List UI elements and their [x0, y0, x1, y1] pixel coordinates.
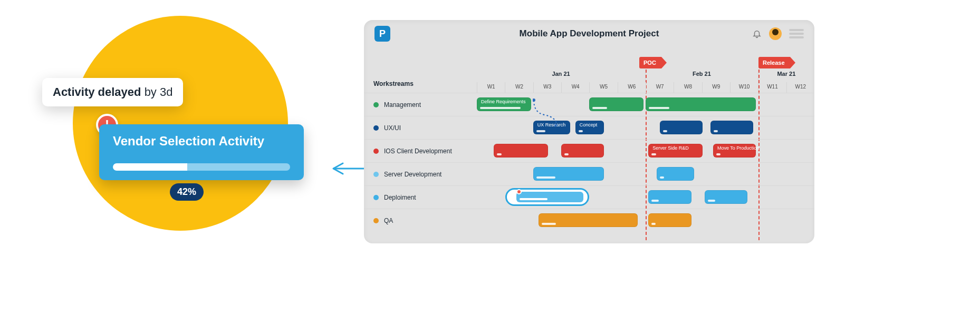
week-w11: W11: [758, 82, 786, 93]
month-jan: Jan 21: [477, 70, 645, 82]
bar-label: Define Requirements: [481, 99, 526, 104]
bar-progress: [651, 200, 659, 202]
bar[interactable]: [589, 97, 643, 111]
bar-label: UX Research: [537, 122, 566, 127]
month-mar: Mar 21: [758, 70, 814, 82]
row-deploiment: Deploiment: [364, 185, 814, 209]
milestone-poc[interactable]: POC: [639, 57, 661, 68]
row-qa: QA: [364, 209, 814, 232]
row-dot: [373, 149, 379, 154]
bar-progress: [708, 200, 715, 202]
row-management: ManagementDefine Requirements: [364, 93, 814, 116]
app-title: Mobile App Development Project: [364, 28, 814, 39]
row-ios-client-development: IOS Client DevelopmentServer Side R&DMov…: [364, 139, 814, 162]
bar[interactable]: [648, 190, 691, 204]
week-w3: W3: [533, 82, 561, 93]
timeline-header: Workstreams Jan 21 Feb 21 Mar 21 W1W2W3W…: [364, 70, 814, 93]
bar-server-side-r-d[interactable]: Server Side R&D: [648, 144, 703, 158]
row-dot: [373, 195, 379, 200]
row-name: Server Development: [384, 171, 441, 178]
app-header: P Mobile App Development Project: [364, 20, 814, 47]
bar[interactable]: [660, 121, 703, 134]
highlighted-activity[interactable]: [505, 188, 589, 206]
app-logo[interactable]: P: [374, 26, 390, 42]
app-logo-letter: P: [379, 29, 386, 38]
lane: [477, 186, 814, 209]
bar[interactable]: [533, 167, 604, 181]
lane: UX ResearchConcept: [477, 116, 814, 139]
bar-progress: [714, 130, 718, 132]
row-name: IOS Client Development: [384, 147, 452, 155]
bar[interactable]: [648, 213, 691, 227]
lane: Server Side R&DMove To Production: [477, 140, 814, 162]
bar-progress: [651, 153, 656, 155]
bar-concept[interactable]: Concept: [575, 121, 604, 134]
row-name: QA: [384, 217, 393, 224]
bar-progress: [542, 223, 555, 225]
timeline-rows: ManagementDefine RequirementsUX/UIUX Res…: [364, 93, 814, 243]
week-w2: W2: [505, 82, 533, 93]
row-name: Deploiment: [384, 194, 416, 201]
row-name: UX/UI: [384, 124, 401, 132]
month-feb: Feb 21: [645, 70, 758, 82]
row-ux-ui: UX/UIUX ResearchConcept: [364, 116, 814, 139]
activity-percent-badge: 42%: [170, 183, 204, 201]
menu-icon[interactable]: [789, 29, 804, 38]
bar-progress: [536, 176, 556, 179]
activity-title: Vendor Selection Activity: [113, 134, 290, 149]
week-w7: W7: [646, 82, 674, 93]
milestone-release[interactable]: Release: [758, 57, 790, 68]
row-label: Management: [364, 101, 477, 109]
bar-progress: [564, 153, 569, 155]
bar[interactable]: [494, 144, 548, 158]
bar-progress: [660, 176, 664, 179]
row-label: Deploiment: [364, 194, 477, 201]
row-label: IOS Client Development: [364, 147, 477, 155]
week-w12: W12: [786, 82, 814, 93]
row-label: UX/UI: [364, 124, 477, 132]
bar[interactable]: [561, 144, 604, 158]
bar-label: Server Side R&D: [652, 145, 689, 151]
bar[interactable]: [710, 121, 753, 134]
row-dot: [373, 102, 379, 107]
week-w4: W4: [561, 82, 589, 93]
row-dot: [373, 172, 379, 177]
bar-define-requirements[interactable]: Define Requirements: [477, 97, 531, 111]
row-server-development: Server Development: [364, 162, 814, 185]
bar[interactable]: [539, 213, 638, 227]
bell-icon[interactable]: [752, 29, 762, 38]
sidebar-heading: Workstreams: [364, 70, 477, 93]
bar-move-to-production[interactable]: Move To Production: [713, 144, 756, 158]
row-label: Server Development: [364, 171, 477, 178]
lane: [477, 209, 814, 232]
week-w10: W10: [730, 82, 758, 93]
week-w5: W5: [589, 82, 617, 93]
bar[interactable]: [657, 167, 694, 181]
bar-progress: [716, 153, 720, 155]
row-dot: [373, 218, 379, 223]
bar-progress: [480, 107, 521, 109]
bar[interactable]: [705, 190, 747, 204]
week-w6: W6: [618, 82, 646, 93]
week-w1: W1: [477, 82, 505, 93]
bar-progress: [536, 130, 546, 132]
delay-tooltip-rest: by 3d: [141, 85, 173, 99]
bar-ux-research[interactable]: UX Research: [533, 121, 571, 134]
bar-progress: [579, 130, 583, 132]
alert-dot: [516, 189, 522, 194]
project-app-window: P Mobile App Development Project POC Rel…: [364, 20, 814, 243]
avatar[interactable]: [769, 27, 782, 40]
bar-progress: [649, 107, 669, 109]
bar-progress: [497, 153, 502, 155]
activity-progress-track: [113, 163, 290, 171]
bar[interactable]: [646, 97, 756, 111]
week-w8: W8: [674, 82, 702, 93]
delay-tooltip: Activity delayed by 3d: [42, 78, 183, 106]
activity-progress-fill: [113, 163, 187, 171]
week-w9: W9: [702, 82, 730, 93]
row-dot: [373, 125, 379, 131]
activity-card[interactable]: Vendor Selection Activity: [99, 124, 304, 180]
row-label: QA: [364, 217, 477, 224]
delay-tooltip-strong: Activity delayed: [53, 85, 141, 99]
milestone-ribbons: POC Release: [364, 57, 814, 67]
